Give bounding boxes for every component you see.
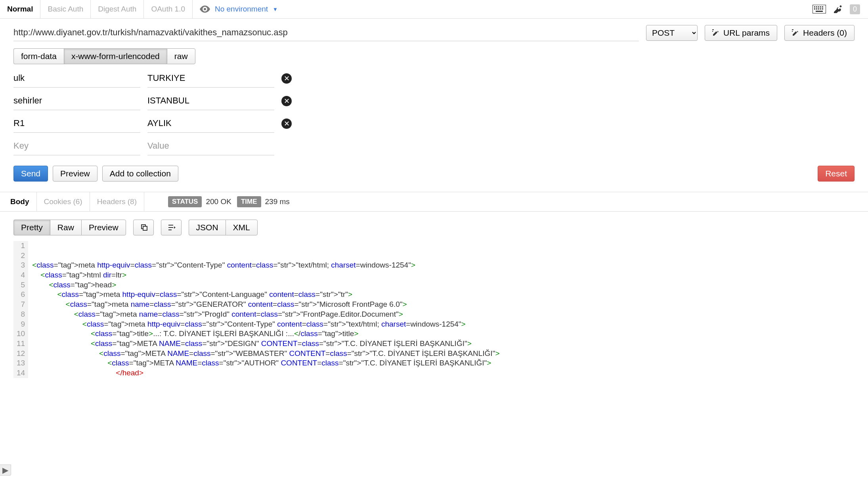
- body-type-urlencoded[interactable]: x-www-form-urlencoded: [64, 48, 167, 64]
- close-icon: ✕: [284, 97, 290, 105]
- param-key-input[interactable]: [13, 114, 140, 133]
- param-row-empty: [13, 137, 855, 155]
- add-to-collection-button[interactable]: Add to collection: [102, 166, 178, 182]
- method-select[interactable]: POST: [646, 25, 698, 41]
- lang-xml[interactable]: XML: [226, 220, 258, 235]
- body-type-raw[interactable]: raw: [167, 48, 195, 64]
- param-value-input[interactable]: [147, 114, 274, 133]
- param-value-input[interactable]: [147, 69, 274, 88]
- param-row: ✕: [13, 92, 855, 110]
- format-row: Pretty Raw Preview JSON XML: [0, 212, 868, 241]
- view-preview[interactable]: Preview: [81, 220, 126, 235]
- time-label: TIME: [237, 196, 261, 207]
- top-right-tools: 0: [813, 4, 868, 14]
- auth-tab-oauth[interactable]: OAuth 1.0: [144, 0, 193, 18]
- body-type-group: form-data x-www-form-urlencoded raw: [13, 48, 195, 64]
- param-row: ✕: [13, 114, 855, 133]
- top-bar: Normal Basic Auth Digest Auth OAuth 1.0 …: [0, 0, 868, 19]
- lang-json[interactable]: JSON: [189, 220, 226, 235]
- close-icon: ✕: [284, 74, 290, 83]
- auth-tab-digest[interactable]: Digest Auth: [91, 0, 144, 18]
- url-params-button[interactable]: URL params: [705, 25, 777, 41]
- param-value-input[interactable]: [147, 92, 274, 110]
- environment-label: No environment: [215, 5, 268, 13]
- wrap-button[interactable]: [161, 220, 182, 235]
- svg-rect-9: [820, 8, 821, 10]
- chevron-down-icon: ▼: [273, 6, 278, 12]
- svg-rect-1: [814, 6, 815, 8]
- counter-badge[interactable]: 0: [850, 4, 860, 14]
- copy-button[interactable]: [133, 220, 154, 235]
- svg-rect-8: [818, 8, 819, 10]
- request-row: POST URL params Headers (0): [0, 19, 868, 41]
- url-input[interactable]: [13, 24, 639, 41]
- svg-rect-3: [818, 6, 819, 8]
- keyboard-icon[interactable]: [813, 5, 826, 13]
- response-tab-cookies[interactable]: Cookies (6): [37, 192, 90, 211]
- auth-tabs: Normal Basic Auth Digest Auth OAuth 1.0: [0, 0, 193, 18]
- svg-rect-11: [816, 11, 823, 12]
- response-tab-headers[interactable]: Headers (8): [90, 192, 144, 211]
- delete-param-button[interactable]: ✕: [281, 73, 292, 84]
- param-row: ✕: [13, 69, 855, 88]
- lang-group: JSON XML: [189, 220, 258, 235]
- eye-icon: [200, 6, 210, 13]
- svg-rect-6: [814, 8, 815, 10]
- view-pretty[interactable]: Pretty: [13, 220, 50, 235]
- svg-rect-4: [820, 6, 821, 8]
- response-body: 1234567891011121314 <class="tag">meta ht…: [0, 241, 868, 378]
- edit-icon: [792, 29, 799, 36]
- auth-tab-normal[interactable]: Normal: [0, 0, 40, 18]
- response-tabs: Body Cookies (6) Headers (8) STATUS 200 …: [0, 192, 868, 212]
- reset-button[interactable]: Reset: [818, 166, 855, 182]
- svg-rect-13: [143, 226, 147, 230]
- time-value: 239 ms: [261, 197, 295, 206]
- view-mode-group: Pretty Raw Preview: [13, 220, 126, 235]
- svg-rect-10: [822, 8, 823, 10]
- auth-tab-basic[interactable]: Basic Auth: [40, 0, 91, 18]
- body-type-form-data[interactable]: form-data: [13, 48, 64, 64]
- status-label: STATUS: [168, 196, 202, 207]
- param-key-input[interactable]: [13, 69, 140, 88]
- view-raw[interactable]: Raw: [50, 220, 81, 235]
- wrench-icon[interactable]: [833, 4, 843, 14]
- param-key-input[interactable]: [13, 137, 140, 155]
- svg-rect-7: [816, 8, 817, 10]
- preview-button[interactable]: Preview: [53, 166, 98, 182]
- body-type-row: form-data x-www-form-urlencoded raw: [0, 41, 868, 64]
- status-value: 200 OK: [202, 197, 237, 206]
- wrap-icon: [168, 224, 176, 231]
- status-block: STATUS 200 OK TIME 239 ms: [168, 196, 295, 207]
- params-area: ✕ ✕ ✕: [0, 64, 868, 155]
- headers-button[interactable]: Headers (0): [784, 25, 855, 41]
- param-value-input[interactable]: [147, 137, 274, 155]
- svg-rect-2: [816, 6, 817, 8]
- code-content[interactable]: <class="tag">meta http-equiv=class="str"…: [28, 241, 499, 378]
- action-row: Send Preview Add to collection Reset: [0, 159, 868, 192]
- param-key-input[interactable]: [13, 92, 140, 110]
- url-params-label: URL params: [723, 28, 770, 38]
- send-button[interactable]: Send: [13, 166, 48, 182]
- response-tab-body[interactable]: Body: [3, 192, 37, 211]
- line-gutter: 1234567891011121314: [13, 241, 28, 378]
- edit-icon: [712, 29, 719, 36]
- headers-label: Headers (0): [803, 28, 847, 38]
- copy-icon: [141, 224, 148, 231]
- delete-param-button[interactable]: ✕: [281, 119, 292, 129]
- environment-selector[interactable]: No environment ▼: [193, 5, 285, 13]
- svg-rect-5: [822, 6, 823, 8]
- delete-param-button[interactable]: ✕: [281, 96, 292, 106]
- close-icon: ✕: [284, 119, 290, 128]
